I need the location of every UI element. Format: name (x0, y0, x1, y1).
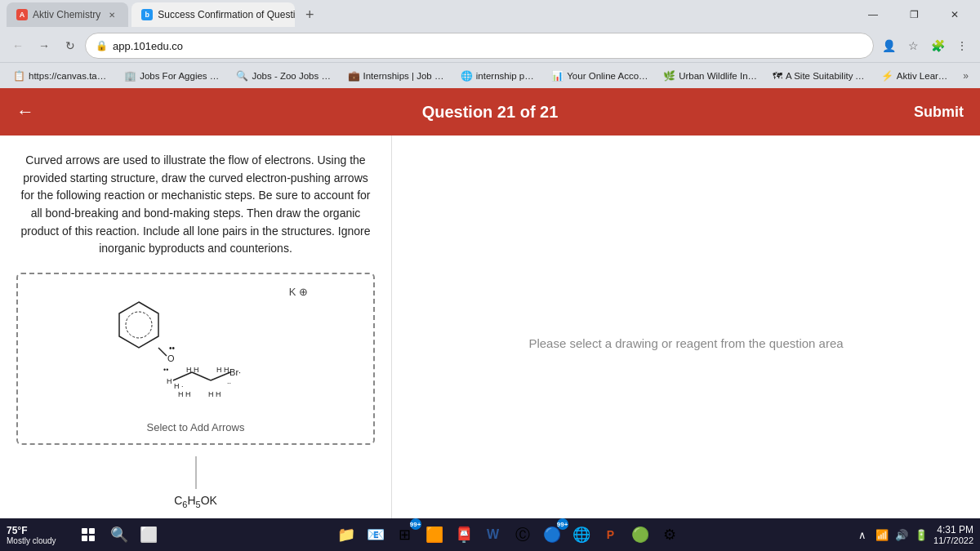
forward-button[interactable]: → (33, 34, 56, 57)
extension-button[interactable]: 🧩 (926, 34, 949, 57)
submit-button[interactable]: Submit (914, 104, 964, 121)
tab-title-success: Success Confirmation of Questio (158, 9, 295, 20)
tab-success-confirmation[interactable]: b Success Confirmation of Questio ✕ (131, 2, 295, 27)
bookmark-zoo-jobs[interactable]: 🔍 Jobs - Zoo Jobs Ne... (229, 69, 339, 83)
close-button[interactable]: ✕ (936, 0, 973, 29)
svg-text:••: •• (169, 344, 176, 353)
svg-line-8 (173, 372, 192, 380)
bookmark-icon-suitability: 🗺 (773, 70, 782, 82)
add-tab-button[interactable]: + (298, 3, 321, 26)
bookmarks-bar: 📋 https://canvas.tamu... 🏢 Jobs For Aggi… (0, 62, 980, 88)
chemical-structure: •• O •• H H H H H · H H (28, 284, 363, 433)
clock-time: 4:31 PM (933, 524, 973, 535)
bookmark-label-zoo: Jobs - Zoo Jobs Ne... (252, 71, 332, 81)
taskbar-mail-button[interactable]: 📧 (363, 522, 389, 548)
svg-text:H ·: H · (174, 382, 184, 390)
taskbar-chrome-button[interactable]: 🟢 (627, 522, 653, 548)
bookmark-label-suitability: A Site Suitability An... (786, 71, 866, 81)
taskbar: 75°F Mostly cloudy 🔍 ⬜ 📁 📧 ⊞ 99+ 🟧 📮 W Ⓒ… (0, 518, 980, 551)
right-panel: Please select a drawing or reagent from … (392, 136, 980, 551)
start-cell-2 (89, 528, 95, 534)
address-bar-row: ← → ↻ 🔒 app.101edu.co 👤 ☆ 🧩 ⋮ (0, 29, 980, 62)
tab-title-aktiv: Aktiv Chemistry (33, 9, 100, 20)
bookmark-urban-wildlife[interactable]: 🌿 Urban Wildlife Infor... (657, 69, 764, 83)
bookmark-internship-paper[interactable]: 🌐 internship paper (454, 69, 543, 83)
search-taskbar-button[interactable]: 🔍 (106, 522, 132, 548)
svg-text:H H: H H (178, 390, 191, 398)
bookmark-label-internships: Internships | Job Ca... (363, 71, 446, 81)
reload-button[interactable]: ↻ (59, 34, 82, 57)
left-panel: Curved arrows are used to illustrate the… (0, 136, 392, 551)
app-content: Curved arrows are used to illustrate the… (0, 136, 980, 551)
lock-icon: 🔒 (96, 40, 108, 51)
bookmark-online-account[interactable]: 📊 Your Online Accoun... (545, 69, 655, 83)
star-button[interactable]: ☆ (902, 34, 924, 57)
tray-up-icon[interactable]: ∧ (853, 526, 871, 544)
badge-count-1: 99+ (410, 518, 421, 530)
taskbar-ppt-button[interactable]: P (598, 522, 624, 548)
system-tray: ∧ 📶 🔊 🔋 (853, 526, 930, 544)
reagent-formula: C6H5OK (174, 494, 217, 507)
back-arrow-button[interactable]: ← (16, 101, 34, 122)
bookmark-label-wildlife: Urban Wildlife Infor... (679, 71, 758, 81)
tray-volume-icon[interactable]: 🔊 (893, 526, 911, 544)
svg-text:••: •• (163, 366, 168, 374)
profile-button[interactable]: 👤 (877, 34, 900, 57)
bookmark-icon-zoo: 🔍 (236, 70, 248, 82)
maximize-button[interactable]: ❐ (895, 0, 933, 29)
bookmark-icon-paper: 🌐 (461, 70, 473, 82)
taskbar-explorer-button[interactable]: 📁 (333, 522, 359, 548)
tray-wifi-icon[interactable]: 📶 (873, 526, 891, 544)
tab-favicon-aktiv: A (16, 9, 28, 20)
select-label[interactable]: Select to Add Arrows (147, 421, 245, 433)
start-button[interactable] (74, 520, 103, 549)
bookmark-icon-aggies: 🏢 (124, 70, 136, 82)
taskbar-settings-button[interactable]: ⚙ (657, 522, 683, 548)
chemical-svg: •• O •• H H H H H · H H (90, 284, 302, 415)
settings-button[interactable]: ⋮ (951, 34, 973, 57)
window-controls: — ❐ ✕ (854, 0, 973, 29)
start-cell-1 (82, 528, 87, 534)
svg-point-1 (126, 312, 152, 338)
taskbar-browser-button[interactable]: 🌐 (568, 522, 595, 548)
bookmark-icon-account: 📊 (551, 70, 564, 82)
bookmark-internships[interactable]: 💼 Internships | Job Ca... (341, 69, 452, 83)
svg-text:··: ·· (227, 379, 231, 387)
bookmark-icon-internships: 💼 (348, 70, 360, 82)
taskbar-store-button[interactable]: 🟧 (421, 522, 448, 548)
vertical-divider (195, 456, 197, 489)
bookmark-icon-wildlife: 🌿 (663, 70, 675, 82)
bookmark-label-account: Your Online Accoun... (567, 71, 648, 81)
clock-date: 11/7/2022 (933, 535, 973, 545)
task-view-button[interactable]: ⬜ (136, 522, 162, 548)
address-box[interactable]: 🔒 app.101edu.co (85, 33, 874, 59)
tab-close-aktiv[interactable]: ✕ (105, 8, 118, 21)
bookmark-site-suitability[interactable]: 🗺 A Site Suitability An... (766, 69, 873, 83)
back-button[interactable]: ← (7, 34, 29, 57)
taskbar-center: 📁 📧 ⊞ 99+ 🟧 📮 W Ⓒ 🔵 99+ 🌐 P 🟢 ⚙ (165, 522, 850, 548)
tab-aktiv-chemistry[interactable]: A Aktiv Chemistry ✕ (7, 2, 128, 27)
bookmark-canvas[interactable]: 📋 https://canvas.tamu... (7, 69, 116, 83)
tray-battery-icon[interactable]: 🔋 (912, 526, 930, 544)
bookmark-label-aktiv: Aktiv Learning (897, 71, 951, 81)
weather-description: Mostly cloudy (7, 536, 64, 545)
svg-line-9 (192, 372, 211, 380)
question-title: Question 21 of 21 (422, 103, 559, 122)
address-actions: 👤 ☆ 🧩 ⋮ (877, 34, 973, 57)
svg-line-16 (158, 348, 167, 356)
bookmark-jobs-aggies[interactable]: 🏢 Jobs For Aggies - H... (118, 69, 228, 83)
bookmark-aktiv-learning[interactable]: ⚡ Aktiv Learning (875, 69, 957, 83)
bookmark-label-canvas: https://canvas.tamu... (29, 71, 109, 81)
start-grid-icon (82, 528, 95, 541)
tab-favicon-blue: b (141, 9, 153, 20)
minimize-button[interactable]: — (854, 0, 892, 29)
taskbar-circle-button[interactable]: Ⓒ (510, 522, 536, 548)
title-bar: A Aktiv Chemistry ✕ b Success Confirmati… (0, 0, 980, 29)
drawing-area[interactable]: K ⊕ •• O •• (16, 273, 375, 445)
taskbar-outlook-button[interactable]: 📮 (451, 522, 477, 548)
taskbar-word-button[interactable]: W (480, 522, 506, 548)
question-text: Curved arrows are used to illustrate the… (16, 152, 375, 258)
bookmarks-more-button[interactable]: » (958, 69, 973, 83)
taskbar-badge-2: 🔵 99+ (539, 522, 565, 548)
address-text: app.101edu.co (113, 40, 183, 52)
